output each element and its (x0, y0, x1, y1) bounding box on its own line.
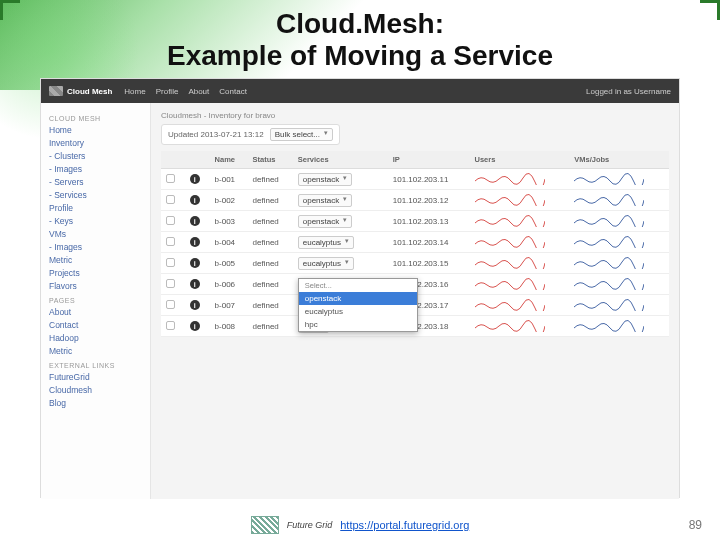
service-dropdown-open[interactable]: Select... openstackeucalyptushpc (298, 278, 418, 332)
info-icon[interactable]: i (190, 279, 200, 289)
vms-sparkline (574, 194, 644, 206)
info-icon[interactable]: i (190, 300, 200, 310)
sidebar-item[interactable]: FutureGrid (49, 372, 142, 382)
updated-timestamp: Updated 2013-07-21 13:12 (168, 130, 264, 139)
brand-text: Cloud Mesh (67, 87, 112, 96)
service-select[interactable]: eucalyptus (298, 236, 354, 249)
sidebar-item[interactable]: Metric (49, 346, 142, 356)
slide-corner-tl (0, 0, 20, 20)
sidebar-item[interactable]: Projects (49, 268, 142, 278)
futuregrid-logo-text: Future Grid (287, 520, 333, 530)
brand-logo-icon (49, 86, 63, 96)
sidebar-item[interactable]: Inventory (49, 138, 142, 148)
cell-ip: 101.102.203.12 (388, 190, 470, 211)
sidebar-item[interactable]: Metric (49, 255, 142, 265)
info-icon[interactable]: i (190, 258, 200, 268)
service-select[interactable]: openstack (298, 194, 352, 207)
sidebar-item[interactable]: - Images (49, 242, 142, 252)
breadcrumb: Cloudmesh - Inventory for bravo (161, 111, 669, 120)
page-number: 89 (689, 518, 702, 532)
row-checkbox[interactable] (166, 195, 175, 204)
nav-home[interactable]: Home (124, 87, 145, 96)
users-sparkline (475, 320, 545, 332)
slide-corner-tr (700, 0, 720, 20)
dropdown-option[interactable]: eucalyptus (299, 305, 417, 318)
cell-name: b-007 (210, 295, 248, 316)
sidebar-item[interactable]: - Services (49, 190, 142, 200)
service-select[interactable]: openstack (298, 215, 352, 228)
sidebar-heading: EXTERNAL LINKS (49, 362, 142, 369)
column-header (185, 151, 210, 169)
service-select[interactable]: eucalyptus (298, 257, 354, 270)
vms-sparkline (574, 320, 644, 332)
sidebar-item[interactable]: VMs (49, 229, 142, 239)
row-checkbox[interactable] (166, 258, 175, 267)
vms-sparkline (574, 299, 644, 311)
table-row: ib-004definedeucalyptus101.102.203.14 (161, 232, 669, 253)
sidebar-heading: CLOUD MESH (49, 115, 142, 122)
footer-link[interactable]: https://portal.futuregrid.org (340, 519, 469, 531)
users-sparkline (475, 215, 545, 227)
sidebar-item[interactable]: Hadoop (49, 333, 142, 343)
nav-profile[interactable]: Profile (156, 87, 179, 96)
sidebar-item[interactable]: Contact (49, 320, 142, 330)
row-checkbox[interactable] (166, 216, 175, 225)
column-header: Name (210, 151, 248, 169)
sidebar-item[interactable]: Home (49, 125, 142, 135)
cell-ip: 101.102.203.13 (388, 211, 470, 232)
title-line-1: Cloud.Mesh: (0, 8, 720, 40)
info-icon[interactable]: i (190, 237, 200, 247)
column-header: IP (388, 151, 470, 169)
cell-status: defined (248, 274, 293, 295)
sidebar-item[interactable]: - Keys (49, 216, 142, 226)
cell-status: defined (248, 169, 293, 190)
info-icon[interactable]: i (190, 321, 200, 331)
row-checkbox[interactable] (166, 321, 175, 330)
sidebar-item[interactable]: Blog (49, 398, 142, 408)
cell-name: b-003 (210, 211, 248, 232)
sidebar-item[interactable]: - Servers (49, 177, 142, 187)
cell-ip: 101.102.203.15 (388, 253, 470, 274)
app-topbar: Cloud Mesh Home Profile About Contact Lo… (41, 79, 679, 103)
cell-name: b-002 (210, 190, 248, 211)
slide-title: Cloud.Mesh: Example of Moving a Service (0, 0, 720, 74)
futuregrid-logo-icon (251, 516, 279, 534)
sidebar-item[interactable]: Flavors (49, 281, 142, 291)
cell-name: b-005 (210, 253, 248, 274)
cell-status: defined (248, 253, 293, 274)
users-sparkline (475, 257, 545, 269)
vms-sparkline (574, 173, 644, 185)
dropdown-option[interactable]: hpc (299, 318, 417, 331)
row-checkbox[interactable] (166, 300, 175, 309)
table-row: ib-001definedopenstack101.102.203.11 (161, 169, 669, 190)
column-header (161, 151, 185, 169)
vms-sparkline (574, 257, 644, 269)
sidebar-item[interactable]: Profile (49, 203, 142, 213)
cell-name: b-008 (210, 316, 248, 337)
nav-contact[interactable]: Contact (219, 87, 247, 96)
dropdown-option[interactable]: openstack (299, 292, 417, 305)
users-sparkline (475, 173, 545, 185)
main-panel: Cloudmesh - Inventory for bravo Updated … (151, 103, 679, 499)
sidebar-item[interactable]: Cloudmesh (49, 385, 142, 395)
title-line-2: Example of Moving a Service (0, 40, 720, 72)
sidebar-item[interactable]: About (49, 307, 142, 317)
sidebar-item[interactable]: - Images (49, 164, 142, 174)
info-icon[interactable]: i (190, 216, 200, 226)
sidebar-heading: PAGES (49, 297, 142, 304)
row-checkbox[interactable] (166, 279, 175, 288)
row-checkbox[interactable] (166, 237, 175, 246)
service-select[interactable]: openstack (298, 173, 352, 186)
dropdown-header: Select... (299, 279, 417, 292)
sidebar-item[interactable]: - Clusters (49, 151, 142, 161)
bulk-select-dropdown[interactable]: Bulk select... (270, 128, 333, 141)
cell-name: b-006 (210, 274, 248, 295)
row-checkbox[interactable] (166, 174, 175, 183)
info-icon[interactable]: i (190, 195, 200, 205)
app-brand: Cloud Mesh (49, 86, 112, 96)
slide-footer: Future Grid https://portal.futuregrid.or… (0, 516, 720, 534)
users-sparkline (475, 236, 545, 248)
info-icon[interactable]: i (190, 174, 200, 184)
nav-about[interactable]: About (188, 87, 209, 96)
cell-status: defined (248, 295, 293, 316)
